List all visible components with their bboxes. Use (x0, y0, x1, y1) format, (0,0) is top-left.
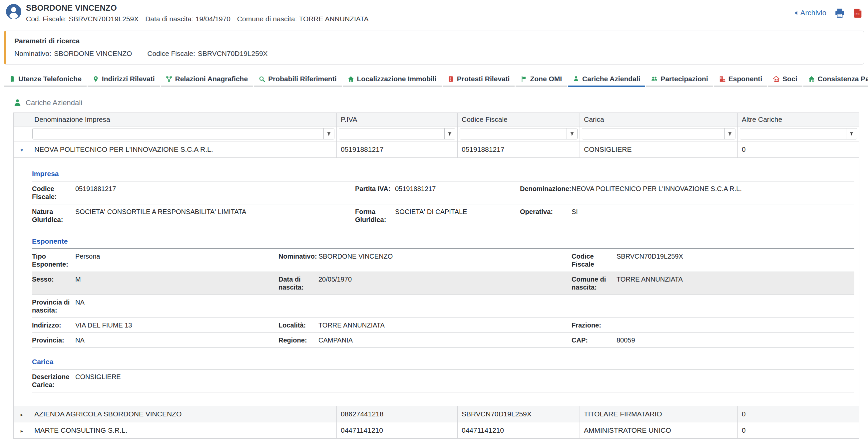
cod-fiscale-label: Cod. Fiscale: (26, 15, 67, 23)
section-title: Cariche Aziendali (26, 99, 82, 107)
table-row[interactable]: ▸ AZIENDA AGRICOLA SBORDONE VINCENZO 086… (14, 406, 859, 422)
carica-heading: Carica (32, 356, 854, 369)
comune-nascita-label: Comune di nascita: (237, 15, 297, 23)
alert-card-icon (448, 76, 454, 82)
person-summary: Cod. Fiscale:SBRVCN70D19L259X Data di na… (26, 15, 794, 23)
cariche-table: Denominazione Impresa P.IVA Codice Fisca… (13, 112, 859, 439)
cell-piva: 08627441218 (337, 406, 458, 422)
cell-codice-fiscale: 05191881217 (458, 141, 580, 158)
cell-denominazione: NEOVA POLITECNICO PER L'INNOVAZIONE S.C.… (30, 141, 337, 158)
filter-input-carica[interactable] (582, 129, 724, 139)
col-carica[interactable]: Carica (580, 113, 738, 127)
cell-carica: CONSIGLIERE (580, 141, 738, 158)
phone-icon (9, 76, 15, 82)
expand-toggle[interactable]: ▸ (14, 422, 30, 439)
detail-row-carica-1: Descrizione Carica:CONSIGLIERE (32, 369, 854, 393)
codice-fiscale-value: SBRVCN70D19L259X (198, 49, 268, 57)
col-piva[interactable]: P.IVA (337, 113, 458, 127)
page-header: SBORDONE VINCENZO Cod. Fiscale:SBRVCN70D… (0, 0, 868, 28)
house-check-icon (808, 76, 815, 82)
cariche-aziendali-panel: Cariche Aziendali Denominazione Impresa … (4, 87, 864, 439)
cell-piva: 05191881217 (337, 141, 458, 158)
cell-denominazione: MARTE CONSULTING S.R.L. (30, 422, 337, 439)
detail-section-esponente: Esponente Tipo Esponente:Persona Nominat… (32, 235, 854, 348)
building-person-icon (719, 76, 725, 82)
print-button[interactable] (834, 8, 845, 18)
nominativo-value: SBORDONE VINCENZO (54, 49, 132, 57)
filter-row (14, 127, 859, 141)
funnel-icon (849, 132, 854, 136)
filter-input-altre-cariche[interactable] (740, 129, 846, 139)
people-group-icon (651, 76, 657, 82)
funnel-icon (327, 132, 331, 136)
businessman-icon (13, 99, 22, 107)
cell-piva: 04471141210 (337, 422, 458, 439)
filter-input-codice-fiscale[interactable] (460, 129, 566, 139)
codice-fiscale-label: Codice Fiscale: (147, 49, 195, 57)
house-icon (348, 76, 354, 82)
pdf-export-button[interactable]: PDF (853, 9, 862, 18)
filter-input-denominazione[interactable] (33, 129, 323, 139)
cod-fiscale-value: SBRVCN70D19L259X (69, 15, 139, 23)
esponente-heading: Esponente (32, 235, 854, 249)
map-pin-icon (93, 76, 99, 82)
cell-codice-fiscale: SBRVCN70D19L259X (458, 406, 580, 422)
cell-altre-cariche: 0 (738, 422, 859, 439)
funnel-icon (570, 132, 574, 136)
filter-funnel-button[interactable] (724, 129, 735, 139)
expand-toggle[interactable]: ▾ (14, 141, 30, 158)
comune-nascita-value: TORRE ANNUNZIATA (299, 15, 369, 23)
col-denominazione-impresa[interactable]: Denominazione Impresa (30, 113, 337, 127)
detail-section-carica: Carica Descrizione Carica:CONSIGLIERE (32, 356, 854, 393)
detail-row-esponente-2: Sesso:M Data di nascita:20/05/1970 Comun… (32, 272, 854, 295)
tab-localizzazione-immobili[interactable]: Localizzazione Immobili (343, 72, 442, 87)
tab-indirizzi-rilevati[interactable]: Indirizzi Rilevati (88, 72, 160, 87)
detail-row-impresa-2: Natura Giuridica:SOCIETA' CONSORTILE A R… (32, 204, 854, 227)
cell-altre-cariche: 0 (738, 406, 859, 422)
expand-column-header (14, 113, 30, 127)
funnel-icon (728, 132, 732, 136)
archive-label: Archivio (800, 9, 826, 17)
tab-partecipazioni[interactable]: Partecipazioni (646, 72, 713, 87)
person-avatar-icon (6, 4, 21, 19)
network-icon (166, 76, 172, 82)
expand-closed-icon: ▸ (21, 412, 23, 418)
page-title: SBORDONE VINCENZO (26, 3, 794, 13)
tab-cariche-aziendali[interactable]: Cariche Aziendali (568, 72, 645, 87)
funnel-icon (448, 132, 452, 136)
svg-text:PDF: PDF (855, 12, 861, 15)
tab-zone-omi[interactable]: Zone OMI (516, 72, 567, 87)
filter-funnel-button[interactable] (323, 129, 334, 139)
tab-protesti-rilevati[interactable]: Protesti Rilevati (443, 72, 515, 87)
tab-relazioni-anagrafiche[interactable]: Relazioni Anagrafiche (161, 72, 253, 87)
filter-funnel-button[interactable] (566, 129, 577, 139)
table-row[interactable]: ▾ NEOVA POLITECNICO PER L'INNOVAZIONE S.… (14, 141, 859, 158)
tab-soci[interactable]: Soci (768, 72, 802, 87)
filter-funnel-button[interactable] (444, 129, 455, 139)
detail-row-esponente-3: Provincia di nascita:NA (32, 295, 854, 318)
cell-denominazione: AZIENDA AGRICOLA SBORDONE VINCENZO (30, 406, 337, 422)
detail-row-impresa-1: Codice Fiscale:05191881217 Partita IVA:0… (32, 181, 854, 204)
data-nascita-value: 19/04/1970 (195, 15, 230, 23)
archive-back-link[interactable]: Archivio (794, 9, 826, 17)
expand-toggle[interactable]: ▸ (14, 406, 30, 422)
tab-esponenti[interactable]: Esponenti (714, 72, 767, 87)
expand-closed-icon: ▸ (21, 428, 23, 434)
filter-funnel-button[interactable] (846, 129, 857, 139)
col-codice-fiscale[interactable]: Codice Fiscale (458, 113, 580, 127)
businessman-icon (573, 76, 579, 82)
cell-codice-fiscale: 04471141210 (458, 422, 580, 439)
result-tabs: Utenze Telefoniche Indirizzi Rilevati Re… (4, 72, 864, 87)
tab-probabili-riferimenti[interactable]: Probabili Riferimenti (254, 72, 341, 87)
col-altre-cariche[interactable]: Altre Cariche (738, 113, 859, 127)
filter-input-piva[interactable] (339, 129, 444, 139)
cell-altre-cariche: 0 (738, 141, 859, 158)
detail-row-esponente-1: Tipo Esponente:Persona Nominativo:SBORDO… (32, 249, 854, 272)
impresa-heading: Impresa (32, 168, 854, 181)
table-row[interactable]: ▸ MARTE CONSULTING S.R.L. 04471141210 04… (14, 422, 859, 439)
tab-utenze-telefoniche[interactable]: Utenze Telefoniche (4, 72, 87, 87)
detail-row-esponente-5: Provincia:NA Regione:CAMPANIA CAP:80059 (32, 333, 854, 348)
search-parameters-box: Parametri di ricerca Nominativo:SBORDONE… (4, 31, 864, 65)
filter-expand-spacer (14, 127, 30, 141)
tab-consistenza-patrimonio-immobiliare[interactable]: Consistenza Patrimonio Immobiliare (803, 72, 868, 87)
